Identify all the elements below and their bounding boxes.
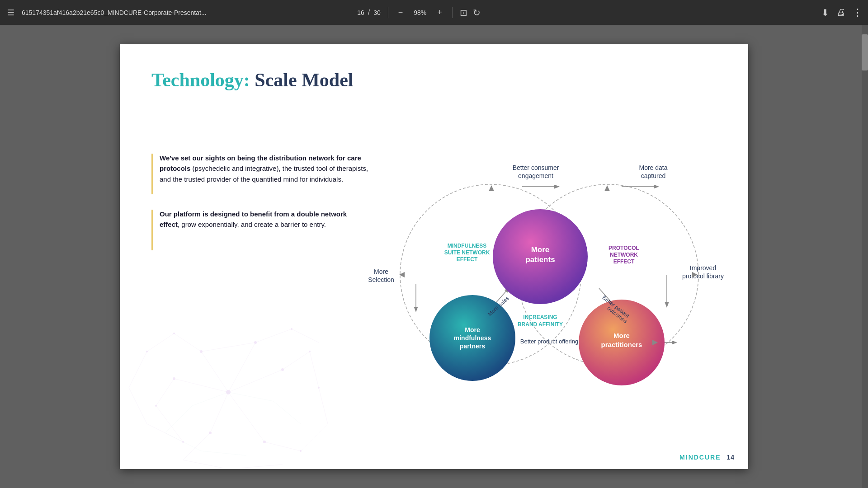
svg-text:partners: partners xyxy=(460,343,485,350)
svg-point-36 xyxy=(300,450,302,452)
page-controls: 16 / 30 xyxy=(357,9,381,17)
svg-line-3 xyxy=(228,370,283,392)
svg-text:captured: captured xyxy=(641,172,665,179)
bullet-bar-1 xyxy=(151,154,153,194)
svg-line-21 xyxy=(228,465,283,469)
svg-point-46 xyxy=(518,184,698,365)
svg-point-29 xyxy=(209,432,212,434)
svg-point-56 xyxy=(579,300,665,385)
svg-line-39 xyxy=(192,392,228,406)
print-button[interactable]: 🖨 xyxy=(836,7,845,18)
svg-text:engagement: engagement xyxy=(518,172,553,179)
zoom-level: 98% xyxy=(411,9,429,16)
page-current: 16 xyxy=(357,9,364,16)
svg-line-12 xyxy=(183,433,210,460)
svg-line-16 xyxy=(129,352,147,388)
svg-text:protocol library: protocol library xyxy=(682,272,724,280)
svg-text:More data: More data xyxy=(639,164,667,171)
svg-line-14 xyxy=(255,329,292,343)
download-button[interactable]: ⬇ xyxy=(821,7,829,18)
svg-point-31 xyxy=(173,333,175,334)
svg-line-53 xyxy=(599,288,635,329)
divider-1 xyxy=(388,7,388,18)
svg-point-32 xyxy=(155,405,157,407)
slide-footer: MINDCURE 14 xyxy=(679,454,735,461)
svg-line-18 xyxy=(319,388,328,424)
svg-text:More: More xyxy=(613,332,630,339)
page-total: 30 xyxy=(373,9,381,16)
svg-point-25 xyxy=(200,350,203,353)
divider-2 xyxy=(452,7,453,18)
svg-line-4 xyxy=(210,392,228,433)
svg-text:mindfulness: mindfulness xyxy=(454,334,491,342)
slide-title: Technology: Scale Model xyxy=(151,69,353,91)
svg-text:More: More xyxy=(465,326,480,333)
footer-page: 14 xyxy=(726,454,735,461)
svg-point-30 xyxy=(263,441,266,443)
svg-text:More: More xyxy=(531,245,550,254)
svg-line-15 xyxy=(147,333,174,352)
zoom-in-button[interactable]: + xyxy=(434,7,445,18)
svg-marker-84 xyxy=(489,185,494,191)
svg-text:Selection: Selection xyxy=(368,276,394,283)
svg-line-43 xyxy=(165,433,201,451)
svg-text:More: More xyxy=(374,268,388,275)
left-content: We've set our sights on being the distri… xyxy=(151,153,368,265)
svg-text:INCREASING: INCREASING xyxy=(523,314,557,320)
svg-line-1 xyxy=(228,343,255,392)
svg-text:Better consumer: Better consumer xyxy=(513,164,559,171)
svg-point-28 xyxy=(281,368,284,371)
svg-marker-87 xyxy=(692,272,698,277)
zoom-out-button[interactable]: − xyxy=(396,7,406,18)
svg-line-42 xyxy=(274,401,301,424)
svg-point-37 xyxy=(291,328,292,330)
svg-text:PROTOCOL: PROTOCOL xyxy=(609,245,639,251)
more-options-button[interactable]: ⋮ xyxy=(853,7,863,19)
svg-line-40 xyxy=(228,392,274,401)
svg-line-2 xyxy=(174,379,228,392)
svg-line-13 xyxy=(264,442,301,451)
menu-icon[interactable]: ☰ xyxy=(5,6,16,19)
bullet-item-2: Our platform is designed to benefit from… xyxy=(151,209,368,250)
svg-line-5 xyxy=(228,392,264,442)
svg-marker-86 xyxy=(399,272,405,277)
svg-line-41 xyxy=(165,406,192,433)
title-teal: Technology: xyxy=(151,70,250,90)
svg-text:EFFECT: EFFECT xyxy=(613,258,635,265)
svg-text:outcomes: outcomes xyxy=(606,305,628,324)
page-separator: / xyxy=(368,9,370,17)
svg-line-23 xyxy=(292,329,319,343)
svg-text:More sales: More sales xyxy=(486,295,510,318)
svg-text:practitioners: practitioners xyxy=(601,341,642,348)
filename-label: 615174351af416a2b21e65c0_MINDCURE-Corpor… xyxy=(22,9,352,16)
toolbar-right-icons: ⬇ 🖨 ⋮ xyxy=(821,7,863,19)
svg-text:NETWORK: NETWORK xyxy=(610,252,638,258)
svg-line-8 xyxy=(156,379,174,406)
svg-line-0 xyxy=(201,352,228,392)
bullet-text-1: We've set our sights on being the distri… xyxy=(160,153,368,184)
svg-text:EFFECT: EFFECT xyxy=(457,256,478,263)
bullet-item-1: We've set our sights on being the distri… xyxy=(151,153,368,194)
svg-line-7 xyxy=(201,343,255,352)
svg-line-19 xyxy=(301,424,328,451)
fit-page-button[interactable]: ⊡ xyxy=(460,7,467,18)
svg-line-44 xyxy=(201,451,246,455)
brand-name: MINDCURE xyxy=(679,454,721,461)
svg-text:MINDFULNESS: MINDFULNESS xyxy=(448,243,487,249)
svg-marker-88 xyxy=(652,340,658,345)
toolbar: ☰ 615174351af416a2b21e65c0_MINDCURE-Corp… xyxy=(0,0,868,25)
bg-decoration xyxy=(120,315,337,469)
svg-line-17 xyxy=(129,388,147,424)
svg-text:BRAND AFFINITY: BRAND AFFINITY xyxy=(518,321,563,328)
svg-line-6 xyxy=(174,333,201,352)
title-dark: Scale Model xyxy=(250,70,354,90)
svg-text:SUITE NETWORK: SUITE NETWORK xyxy=(444,249,490,256)
svg-point-38 xyxy=(146,351,148,352)
scrollbar-thumb[interactable] xyxy=(862,34,868,70)
svg-point-45 xyxy=(400,184,581,365)
diagram: More patients More mindfulness partners … xyxy=(346,135,730,406)
svg-text:patients: patients xyxy=(525,255,555,264)
rotate-button[interactable]: ↻ xyxy=(473,7,481,18)
scrollbar[interactable] xyxy=(862,25,868,488)
svg-line-20 xyxy=(183,460,228,469)
